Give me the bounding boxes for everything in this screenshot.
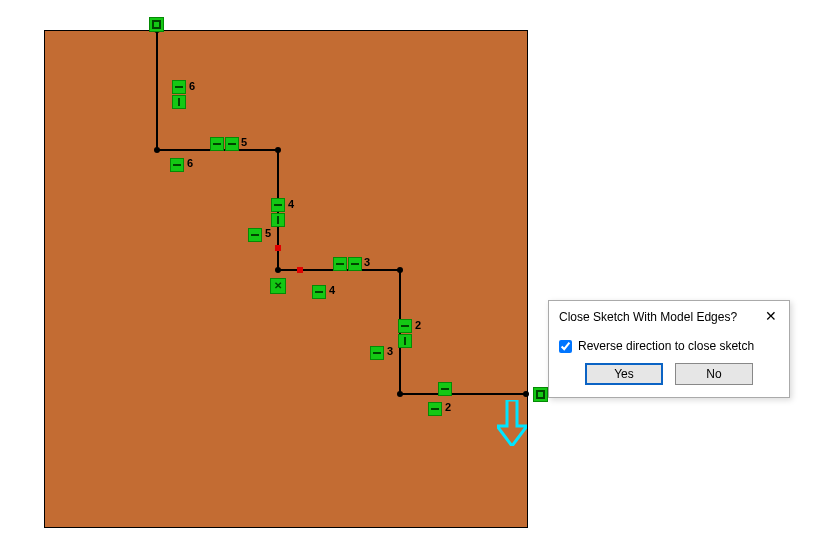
no-button[interactable]: No <box>675 363 753 385</box>
direction-arrow-icon <box>497 400 527 446</box>
constraint-fix-icon[interactable] <box>149 17 164 32</box>
constraint-horiz-icon[interactable] <box>398 319 412 333</box>
constraint-fix-icon[interactable] <box>533 387 548 402</box>
constraint-horiz-icon[interactable] <box>312 285 326 299</box>
sketch-endpoint[interactable] <box>275 147 281 153</box>
constraint-number-label: 2 <box>415 319 421 331</box>
constraint-vert-icon[interactable] <box>172 95 186 109</box>
constraint-horiz-icon[interactable] <box>333 257 347 271</box>
constraint-horiz-icon[interactable] <box>170 158 184 172</box>
constraint-number-label: 3 <box>364 256 370 268</box>
sketch-endpoint[interactable] <box>154 147 160 153</box>
dialog-title: Close Sketch With Model Edges? <box>559 310 737 324</box>
constraint-number-label: 2 <box>445 401 451 413</box>
constraint-number-label: 4 <box>288 198 294 210</box>
constraint-horiz-icon[interactable] <box>370 346 384 360</box>
sketch-endpoint[interactable] <box>275 267 281 273</box>
close-sketch-dialog: Close Sketch With Model Edges? ✕ Reverse… <box>548 300 790 398</box>
reverse-direction-label: Reverse direction to close sketch <box>578 339 754 353</box>
constraint-horiz-icon[interactable] <box>172 80 186 94</box>
constraint-horiz-icon[interactable] <box>248 228 262 242</box>
sketch-segment[interactable] <box>400 393 526 395</box>
dialog-titlebar: Close Sketch With Model Edges? ✕ <box>549 301 789 331</box>
constraint-number-label: 4 <box>329 284 335 296</box>
constraint-vert-icon[interactable] <box>271 213 285 227</box>
sketch-canvas[interactable]: 6564534232 <box>0 0 836 560</box>
model-face <box>44 30 528 528</box>
sketch-segment[interactable] <box>156 30 158 150</box>
constraint-horiz-icon[interactable] <box>210 137 224 151</box>
constraint-number-label: 3 <box>387 345 393 357</box>
origin-marker <box>297 267 303 273</box>
constraint-number-label: 5 <box>265 227 271 239</box>
sketch-endpoint[interactable] <box>523 391 529 397</box>
constraint-horiz-icon[interactable] <box>348 257 362 271</box>
constraint-horiz-icon[interactable] <box>428 402 442 416</box>
constraint-horiz-icon[interactable] <box>271 198 285 212</box>
constraint-coin-icon[interactable] <box>270 278 286 294</box>
constraint-vert-icon[interactable] <box>398 334 412 348</box>
reverse-direction-checkbox[interactable] <box>559 340 572 353</box>
constraint-horiz-icon[interactable] <box>225 137 239 151</box>
reverse-direction-checkbox-row[interactable]: Reverse direction to close sketch <box>559 335 779 363</box>
origin-marker <box>275 245 281 251</box>
close-icon[interactable]: ✕ <box>761 307 781 327</box>
constraint-number-label: 6 <box>187 157 193 169</box>
constraint-horiz-icon[interactable] <box>438 382 452 396</box>
sketch-endpoint[interactable] <box>397 267 403 273</box>
sketch-endpoint[interactable] <box>397 391 403 397</box>
constraint-number-label: 5 <box>241 136 247 148</box>
yes-button[interactable]: Yes <box>585 363 663 385</box>
constraint-number-label: 6 <box>189 80 195 92</box>
